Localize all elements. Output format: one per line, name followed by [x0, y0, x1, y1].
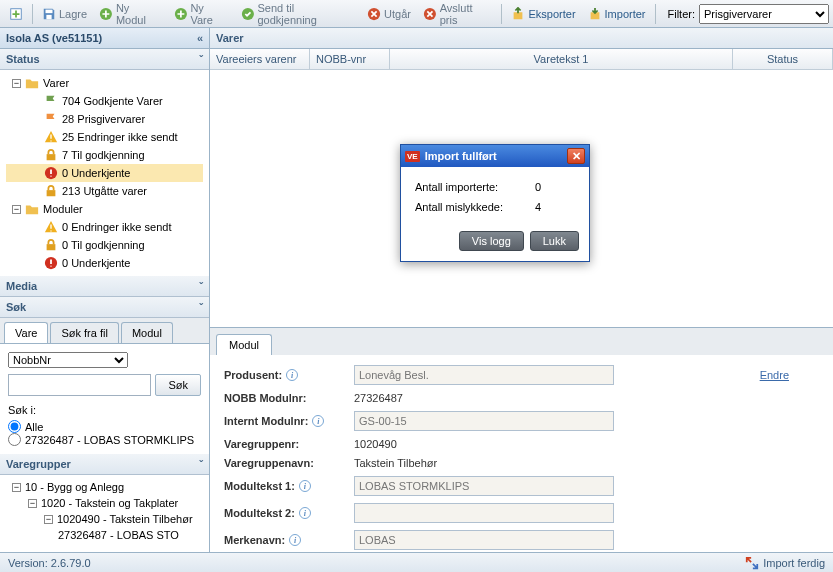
svg-rect-10	[47, 154, 56, 160]
chevron-icon[interactable]: ˇ	[199, 280, 203, 292]
send-approval-button[interactable]: Send til godkjenning	[236, 0, 360, 28]
svg-rect-8	[514, 12, 523, 19]
radio-modul[interactable]: 27326487 - LOBAS STORMKLIPS	[8, 433, 201, 446]
search-button[interactable]: Søk	[155, 374, 201, 396]
svg-rect-12	[47, 190, 56, 196]
show-log-button[interactable]: Vis logg	[459, 231, 524, 251]
ve-icon: VE	[405, 151, 420, 162]
tree-item[interactable]: 704 Godkjente Varer	[6, 92, 203, 110]
import-done-label: Import ferdig	[763, 557, 825, 569]
info-icon[interactable]: i	[299, 507, 311, 519]
close-icon[interactable]: ✕	[567, 148, 585, 164]
failed-value: 4	[535, 201, 541, 213]
expand-icon[interactable]: −	[12, 205, 21, 214]
tree-item[interactable]: 0 Underkjente	[6, 254, 203, 272]
moduler-node[interactable]: − Moduler	[6, 200, 203, 218]
save-button[interactable]: Lagre	[37, 5, 92, 23]
expire-label: Utgår	[384, 8, 411, 20]
sok-header-label: Søk	[6, 301, 26, 313]
status-header-label: Status	[6, 53, 40, 65]
varegrupper-header[interactable]: Varegrupper ˇ	[0, 454, 209, 475]
new-product-label: Ny Vare	[190, 2, 228, 26]
endre-link[interactable]: Endre	[760, 369, 789, 381]
expand-icon[interactable]: −	[28, 499, 37, 508]
new-module-label: Ny Modul	[116, 2, 162, 26]
chevron-icon[interactable]: ˇ	[199, 301, 203, 313]
vg-node[interactable]: −1020 - Takstein og Takplater	[6, 495, 203, 511]
sok-header[interactable]: Søk ˇ	[0, 297, 209, 318]
col-vareeiers-varenr[interactable]: Vareeiers varenr	[210, 49, 310, 69]
tab-modul[interactable]: Modul	[121, 322, 173, 343]
dialog-title-bar[interactable]: VE Import fullført ✕	[401, 145, 589, 167]
end-price-button[interactable]: Avslutt pris	[418, 0, 498, 28]
tab-sok-fra-fil[interactable]: Søk fra fil	[50, 322, 118, 343]
import-done-icon	[745, 556, 759, 570]
input-modultekst1[interactable]	[354, 476, 614, 496]
grid-title: Varer	[210, 28, 833, 49]
svg-rect-1	[45, 9, 52, 13]
toolbar: Lagre Ny Modul Ny Vare Send til godkjenn…	[0, 0, 833, 28]
expand-icon[interactable]: −	[12, 483, 21, 492]
imported-value: 0	[535, 181, 541, 193]
detail-panel: Modul Produsent:i Endre NOBB Modulnr: 27…	[210, 327, 833, 552]
tree-item[interactable]: 7 Til godkjenning	[6, 146, 203, 164]
info-icon[interactable]: i	[286, 369, 298, 381]
info-icon[interactable]: i	[289, 534, 301, 546]
filter-select[interactable]: Prisgivervarer	[699, 4, 829, 24]
row-merkenavn: Merkenavn:i	[224, 530, 819, 550]
export-button[interactable]: Eksporter	[506, 5, 580, 23]
input-merkenavn[interactable]	[354, 530, 614, 550]
info-icon[interactable]: i	[299, 480, 311, 492]
vg-node[interactable]: −10 - Bygg og Anlegg	[6, 479, 203, 495]
search-input[interactable]	[8, 374, 151, 396]
send-approval-label: Send til godkjenning	[258, 2, 356, 26]
status-tree: − Varer 704 Godkjente Varer 28 Prisgiver…	[0, 70, 209, 276]
tree-item[interactable]: 0 Endringer ikke sendt	[6, 218, 203, 236]
tree-item[interactable]: 25 Endringer ikke sendt	[6, 128, 203, 146]
collapse-icon[interactable]: «	[197, 32, 203, 44]
input-internt-modulnr[interactable]	[354, 411, 614, 431]
col-varetekst[interactable]: Varetekst 1	[390, 49, 733, 69]
col-status[interactable]: Status	[733, 49, 833, 69]
close-button[interactable]: Lukk	[530, 231, 579, 251]
expire-button[interactable]: Utgår	[362, 5, 416, 23]
export-label: Eksporter	[528, 8, 575, 20]
chevron-icon[interactable]: ˇ	[199, 53, 203, 65]
chevron-icon[interactable]: ˇ	[199, 458, 203, 470]
media-header[interactable]: Media ˇ	[0, 276, 209, 297]
import-done-dialog: VE Import fullført ✕ Antall importerte:0…	[400, 144, 590, 262]
radio-alle[interactable]: Alle	[8, 420, 201, 433]
input-produsent[interactable]	[354, 365, 614, 385]
row-modultekst1: Modultekst 1:i	[224, 476, 819, 496]
import-button[interactable]: Importer	[583, 5, 651, 23]
status-header[interactable]: Status ˇ	[0, 49, 209, 70]
vg-node[interactable]: 27326487 - LOBAS STO	[6, 527, 203, 543]
tab-modul-detail[interactable]: Modul	[216, 334, 272, 355]
tree-item[interactable]: 213 Utgåtte varer	[6, 182, 203, 200]
row-internt-modulnr: Internt Modulnr:i	[224, 411, 819, 431]
varer-node[interactable]: − Varer	[6, 74, 203, 92]
new-module-button[interactable]: Ny Modul	[94, 0, 167, 28]
save-label: Lagre	[59, 8, 87, 20]
app-icon-button[interactable]	[4, 5, 28, 23]
version-label: Version: 2.6.79.0	[8, 557, 91, 569]
svg-rect-13	[47, 244, 56, 250]
dialog-buttons: Vis logg Lukk	[401, 231, 589, 261]
row-varegruppenr: Varegruppenr: 1020490	[224, 438, 819, 450]
row-varegruppenavn: Varegruppenavn: Takstein Tilbehør	[224, 457, 819, 469]
search-field-select[interactable]: NobbNr	[8, 352, 128, 368]
search-tabs: Vare Søk fra fil Modul	[0, 318, 209, 344]
new-product-button[interactable]: Ny Vare	[169, 0, 234, 28]
row-nobb-modulnr: NOBB Modulnr: 27326487	[224, 392, 819, 404]
tree-item[interactable]: 0 Til godkjenning	[6, 236, 203, 254]
failed-label: Antall mislykkede:	[415, 201, 535, 213]
tree-item-selected[interactable]: 0 Underkjente	[6, 164, 203, 182]
tree-item[interactable]: 28 Prisgivervarer	[6, 110, 203, 128]
expand-icon[interactable]: −	[44, 515, 53, 524]
info-icon[interactable]: i	[312, 415, 324, 427]
tab-vare[interactable]: Vare	[4, 322, 48, 343]
col-nobb-vnr[interactable]: NOBB-vnr	[310, 49, 390, 69]
vg-node[interactable]: −1020490 - Takstein Tilbehør	[6, 511, 203, 527]
input-modultekst2[interactable]	[354, 503, 614, 523]
expand-icon[interactable]: −	[12, 79, 21, 88]
